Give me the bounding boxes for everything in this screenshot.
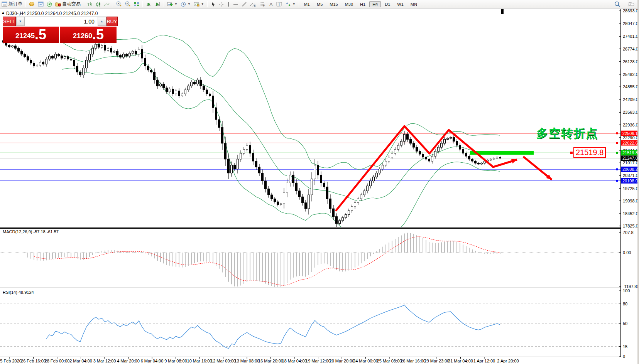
svg-text:F: F [263, 4, 265, 7]
zoom-in-icon[interactable] [115, 0, 123, 8]
svg-text:20108.0: 20108.0 [622, 179, 638, 183]
candle-chart-icon[interactable] [94, 0, 103, 8]
line-chart-icon[interactable] [103, 0, 111, 8]
svg-text:21519.8: 21519.8 [622, 150, 638, 155]
hline-anchor[interactable] [616, 152, 618, 154]
indicators-icon[interactable] [27, 0, 36, 8]
dropdown-arrow-icon[interactable]: ▼ [188, 2, 191, 6]
vertical-line-icon[interactable] [225, 0, 232, 8]
label-anchor[interactable] [570, 152, 573, 154]
timeframe-h4-button[interactable]: H4 [369, 1, 381, 7]
bar-chart-icon[interactable] [86, 0, 94, 8]
toolbar-separator [299, 1, 299, 7]
svg-text:31 Mar 04:00: 31 Mar 04:00 [448, 359, 473, 363]
templates-button[interactable]: ▼ [192, 0, 206, 8]
green-bar-annotation[interactable] [470, 151, 534, 155]
trendline-icon[interactable] [240, 0, 248, 8]
svg-text:22022.6: 22022.6 [622, 141, 638, 145]
svg-text:21247.0: 21247.0 [622, 156, 638, 160]
toolbar-separator [207, 1, 208, 7]
svg-text:19725.0: 19725.0 [623, 186, 638, 191]
sell-price[interactable]: 21245.5 [3, 27, 59, 43]
timeframe-m15-button[interactable]: M15 [326, 1, 341, 7]
svg-text:22506.1: 22506.1 [622, 131, 638, 136]
timeframe-m1-button[interactable]: M1 [301, 1, 313, 7]
search-icon[interactable] [613, 0, 622, 8]
macd-indicator [0, 233, 620, 288]
svg-text:21017.0: 21017.0 [623, 160, 638, 165]
svg-text:A: A [269, 2, 273, 7]
zoom-out-icon[interactable] [123, 0, 132, 8]
svg-text:13 Mar 08:00: 13 Mar 08:00 [235, 359, 260, 363]
one-click-collapse-icon[interactable]: ▲ [1, 10, 5, 15]
timeframe-d1-button[interactable]: D1 [382, 1, 393, 7]
price-level-label[interactable]: 21519.8 [573, 147, 606, 158]
timeframe-m30-button[interactable]: M30 [342, 1, 356, 7]
new-order-button[interactable]: 新订单 [0, 0, 24, 8]
buy-price-frac: .5 [92, 28, 104, 42]
svg-text:25 Mar 08:00: 25 Mar 08:00 [377, 359, 402, 363]
volume-decrease-button[interactable]: ▼ [16, 17, 25, 26]
fibonacci-icon[interactable]: F [258, 0, 267, 8]
svg-text:1 Apr 12:00: 1 Apr 12:00 [473, 359, 495, 363]
timeframe-m5-button[interactable]: M5 [314, 1, 326, 7]
auto-scroll-icon[interactable] [144, 0, 153, 8]
volume-increase-button[interactable]: ▲ [98, 17, 106, 26]
timeframe-h1-button[interactable]: H1 [357, 1, 369, 7]
svg-text:23563.0: 23563.0 [623, 110, 638, 115]
svg-text:26774.0: 26774.0 [623, 47, 638, 51]
tile-windows-icon[interactable] [132, 0, 141, 8]
window-edge [637, 0, 639, 364]
turning-point-annotation[interactable]: 多空转折点 [536, 126, 598, 142]
svg-text:26 Feb 16:00: 26 Feb 16:00 [21, 359, 46, 363]
svg-text:10 Mar 16:00: 10 Mar 16:00 [187, 359, 212, 363]
svg-text:17825.0: 17825.0 [623, 224, 638, 228]
sell-price-main: 21245 [15, 30, 35, 42]
autotrading-button[interactable]: 自动交易 [54, 0, 82, 8]
new-chart-button[interactable]: ▼ [166, 0, 179, 8]
svg-text:9 Mar 08:00: 9 Mar 08:00 [164, 359, 187, 363]
arrows-icon[interactable]: ▼ [284, 0, 297, 8]
sell-button[interactable]: SELL [3, 17, 16, 26]
periods-button[interactable]: ▼ [179, 0, 192, 8]
time-axis: 25 Feb 202026 Feb 16:0028 Feb 00:002 Mar… [0, 357, 519, 363]
svg-text:50: 50 [623, 321, 627, 326]
chart-canvas: 28693.028047.027401.026774.026128.025482… [0, 9, 639, 364]
chat-icon[interactable] [626, 0, 636, 8]
hline-anchor[interactable] [616, 169, 618, 170]
text-icon[interactable]: A [267, 0, 275, 8]
cursor-icon[interactable] [209, 0, 217, 8]
svg-text:18 Mar 04:00: 18 Mar 04:00 [282, 359, 307, 363]
down-arrow-annotation[interactable] [523, 157, 552, 180]
dropdown-arrow-icon[interactable]: ▼ [174, 2, 178, 6]
hline-anchor[interactable] [616, 142, 618, 144]
hline-anchor[interactable] [616, 132, 618, 134]
timeframe-w1-button[interactable]: W1 [394, 1, 407, 7]
chart-shift-icon[interactable] [153, 0, 162, 8]
svg-text:24209.0: 24209.0 [623, 97, 638, 102]
toolbar: 新订单自动交易▼▼▼EFAT▼M1M5M15M30H1H4D1W1MN [0, 0, 639, 8]
dropdown-arrow-icon[interactable]: ▼ [201, 2, 204, 6]
hline-anchor[interactable] [616, 180, 618, 182]
crosshair-icon[interactable] [217, 0, 225, 8]
dropdown-arrow-icon[interactable]: ▼ [292, 2, 296, 6]
channel-icon[interactable]: E [248, 0, 258, 8]
svg-text:20 Mar 20:00: 20 Mar 20:00 [330, 359, 355, 363]
horizontal-line-icon[interactable] [232, 0, 240, 8]
timeframe-mn-button[interactable]: MN [407, 1, 420, 7]
chart-shift-marker[interactable] [501, 9, 504, 14]
svg-text:20371.0: 20371.0 [623, 173, 638, 178]
charts-icon[interactable] [36, 0, 45, 8]
svg-text:6 Mar 04:00: 6 Mar 04:00 [141, 359, 164, 363]
signals-icon[interactable] [45, 0, 54, 8]
svg-text:28693.0: 28693.0 [623, 9, 638, 13]
svg-text:707.8: 707.8 [623, 230, 634, 235]
volume-input[interactable] [25, 17, 98, 26]
candles [2, 39, 501, 227]
symbol-title: DJ30-,H4 21250.0 21264.0 21245.0 21247.0 [6, 11, 98, 16]
buy-button[interactable]: BUY [106, 17, 118, 26]
toolbar-separator [84, 1, 84, 7]
buy-price[interactable]: 21260.5 [60, 27, 117, 43]
svg-text:19 Mar 12:00: 19 Mar 12:00 [306, 359, 331, 363]
label-icon[interactable]: T [275, 0, 284, 8]
